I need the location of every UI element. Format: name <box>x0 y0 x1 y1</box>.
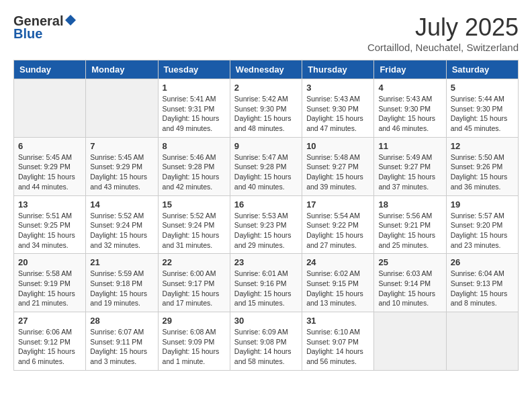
calendar-cell: 4Sunrise: 5:43 AMSunset: 9:30 PMDaylight… <box>374 79 446 138</box>
weekday-header-row: SundayMondayTuesdayWednesdayThursdayFrid… <box>14 60 519 79</box>
calendar-cell: 2Sunrise: 5:42 AMSunset: 9:30 PMDaylight… <box>230 79 302 138</box>
week-row-5: 27Sunrise: 6:06 AMSunset: 9:12 PMDayligh… <box>14 312 519 371</box>
week-row-4: 20Sunrise: 5:58 AMSunset: 9:19 PMDayligh… <box>14 254 519 312</box>
calendar-cell <box>14 79 86 138</box>
day-number: 27 <box>18 316 81 326</box>
day-number: 10 <box>306 141 369 151</box>
day-number: 15 <box>163 199 226 210</box>
day-number: 1 <box>163 83 226 93</box>
page-header: General Blue July 2025 Cortaillod, Neuch… <box>13 13 519 53</box>
calendar-cell: 13Sunrise: 5:51 AMSunset: 9:25 PMDayligh… <box>14 195 86 254</box>
day-info: Sunrise: 5:57 AMSunset: 9:20 PMDaylight:… <box>451 211 514 250</box>
calendar-cell <box>374 312 446 371</box>
day-number: 3 <box>306 83 369 93</box>
day-info: Sunrise: 5:45 AMSunset: 9:29 PMDaylight:… <box>18 152 81 192</box>
day-info: Sunrise: 5:46 AMSunset: 9:28 PMDaylight:… <box>163 152 226 192</box>
calendar-cell: 16Sunrise: 5:53 AMSunset: 9:23 PMDayligh… <box>230 195 302 254</box>
day-number: 9 <box>234 141 298 151</box>
day-info: Sunrise: 5:53 AMSunset: 9:23 PMDaylight:… <box>234 211 298 250</box>
calendar-cell: 18Sunrise: 5:56 AMSunset: 9:21 PMDayligh… <box>374 195 446 254</box>
calendar-cell: 31Sunrise: 6:10 AMSunset: 9:07 PMDayligh… <box>302 312 374 371</box>
calendar-cell: 15Sunrise: 5:52 AMSunset: 9:24 PMDayligh… <box>158 195 230 254</box>
calendar-cell: 24Sunrise: 6:02 AMSunset: 9:15 PMDayligh… <box>302 254 374 312</box>
calendar-cell: 21Sunrise: 5:59 AMSunset: 9:18 PMDayligh… <box>86 254 158 312</box>
day-info: Sunrise: 6:10 AMSunset: 9:07 PMDaylight:… <box>306 327 369 367</box>
day-number: 14 <box>90 199 153 210</box>
day-info: Sunrise: 6:08 AMSunset: 9:09 PMDaylight:… <box>163 327 226 367</box>
day-number: 19 <box>451 199 514 210</box>
day-number: 23 <box>234 257 298 267</box>
week-row-1: 1Sunrise: 5:41 AMSunset: 9:31 PMDaylight… <box>14 79 519 138</box>
day-info: Sunrise: 5:50 AMSunset: 9:26 PMDaylight:… <box>451 152 514 192</box>
calendar-cell: 27Sunrise: 6:06 AMSunset: 9:12 PMDayligh… <box>14 312 86 371</box>
day-number: 30 <box>234 316 298 326</box>
day-number: 4 <box>378 83 441 93</box>
week-row-2: 6Sunrise: 5:45 AMSunset: 9:29 PMDaylight… <box>14 137 519 195</box>
svg-marker-0 <box>65 15 76 26</box>
day-number: 13 <box>18 199 81 210</box>
day-info: Sunrise: 5:49 AMSunset: 9:27 PMDaylight:… <box>378 152 441 192</box>
day-info: Sunrise: 5:48 AMSunset: 9:27 PMDaylight:… <box>306 152 369 192</box>
calendar-cell: 25Sunrise: 6:03 AMSunset: 9:14 PMDayligh… <box>374 254 446 312</box>
calendar-table: SundayMondayTuesdayWednesdayThursdayFrid… <box>13 60 519 371</box>
calendar-cell: 6Sunrise: 5:45 AMSunset: 9:29 PMDaylight… <box>14 137 86 195</box>
day-number: 5 <box>451 83 514 93</box>
day-number: 28 <box>90 316 153 326</box>
day-info: Sunrise: 5:54 AMSunset: 9:22 PMDaylight:… <box>306 211 369 250</box>
week-row-3: 13Sunrise: 5:51 AMSunset: 9:25 PMDayligh… <box>14 195 519 254</box>
logo-blue-text: Blue <box>13 26 42 42</box>
weekday-header-thursday: Thursday <box>302 60 374 79</box>
logo: General Blue <box>13 13 77 42</box>
day-info: Sunrise: 5:52 AMSunset: 9:24 PMDaylight:… <box>90 211 153 250</box>
day-number: 29 <box>163 316 226 326</box>
day-number: 21 <box>90 257 153 267</box>
day-info: Sunrise: 5:41 AMSunset: 9:31 PMDaylight:… <box>163 94 226 134</box>
day-info: Sunrise: 6:09 AMSunset: 9:08 PMDaylight:… <box>234 327 298 367</box>
day-number: 2 <box>234 83 298 93</box>
calendar-cell: 5Sunrise: 5:44 AMSunset: 9:30 PMDaylight… <box>446 79 518 138</box>
day-info: Sunrise: 5:47 AMSunset: 9:28 PMDaylight:… <box>234 152 298 192</box>
calendar-cell: 20Sunrise: 5:58 AMSunset: 9:19 PMDayligh… <box>14 254 86 312</box>
day-number: 12 <box>451 141 514 151</box>
day-info: Sunrise: 5:43 AMSunset: 9:30 PMDaylight:… <box>306 94 369 134</box>
day-info: Sunrise: 6:03 AMSunset: 9:14 PMDaylight:… <box>378 269 441 308</box>
day-info: Sunrise: 5:44 AMSunset: 9:30 PMDaylight:… <box>451 94 514 134</box>
weekday-header-monday: Monday <box>86 60 158 79</box>
day-number: 31 <box>306 316 369 326</box>
calendar-cell: 23Sunrise: 6:01 AMSunset: 9:16 PMDayligh… <box>230 254 302 312</box>
calendar-cell <box>446 312 518 371</box>
calendar-cell: 1Sunrise: 5:41 AMSunset: 9:31 PMDaylight… <box>158 79 230 138</box>
day-number: 17 <box>306 199 369 210</box>
day-info: Sunrise: 6:04 AMSunset: 9:13 PMDaylight:… <box>451 269 514 308</box>
day-info: Sunrise: 6:02 AMSunset: 9:15 PMDaylight:… <box>306 269 369 308</box>
calendar-cell: 12Sunrise: 5:50 AMSunset: 9:26 PMDayligh… <box>446 137 518 195</box>
weekday-header-saturday: Saturday <box>446 60 518 79</box>
weekday-header-tuesday: Tuesday <box>158 60 230 79</box>
calendar-cell: 30Sunrise: 6:09 AMSunset: 9:08 PMDayligh… <box>230 312 302 371</box>
day-number: 7 <box>90 141 153 151</box>
day-info: Sunrise: 5:45 AMSunset: 9:29 PMDaylight:… <box>90 152 153 192</box>
calendar-cell: 10Sunrise: 5:48 AMSunset: 9:27 PMDayligh… <box>302 137 374 195</box>
calendar-cell: 29Sunrise: 6:08 AMSunset: 9:09 PMDayligh… <box>158 312 230 371</box>
day-number: 8 <box>163 141 226 151</box>
weekday-header-friday: Friday <box>374 60 446 79</box>
day-number: 24 <box>306 257 369 267</box>
day-info: Sunrise: 5:42 AMSunset: 9:30 PMDaylight:… <box>234 94 298 134</box>
calendar-cell: 19Sunrise: 5:57 AMSunset: 9:20 PMDayligh… <box>446 195 518 254</box>
day-info: Sunrise: 5:43 AMSunset: 9:30 PMDaylight:… <box>378 94 441 134</box>
calendar-cell: 22Sunrise: 6:00 AMSunset: 9:17 PMDayligh… <box>158 254 230 312</box>
calendar-cell <box>86 79 158 138</box>
day-info: Sunrise: 5:56 AMSunset: 9:21 PMDaylight:… <box>378 211 441 250</box>
day-info: Sunrise: 6:01 AMSunset: 9:16 PMDaylight:… <box>234 269 298 308</box>
day-number: 16 <box>234 199 298 210</box>
calendar-cell: 3Sunrise: 5:43 AMSunset: 9:30 PMDaylight… <box>302 79 374 138</box>
weekday-header-wednesday: Wednesday <box>230 60 302 79</box>
calendar-cell: 17Sunrise: 5:54 AMSunset: 9:22 PMDayligh… <box>302 195 374 254</box>
calendar-cell: 28Sunrise: 6:07 AMSunset: 9:11 PMDayligh… <box>86 312 158 371</box>
day-info: Sunrise: 5:51 AMSunset: 9:25 PMDaylight:… <box>18 211 81 250</box>
month-title: July 2025 <box>367 13 519 42</box>
day-number: 6 <box>18 141 81 151</box>
day-number: 18 <box>378 199 441 210</box>
day-info: Sunrise: 5:58 AMSunset: 9:19 PMDaylight:… <box>18 269 81 308</box>
calendar-cell: 9Sunrise: 5:47 AMSunset: 9:28 PMDaylight… <box>230 137 302 195</box>
